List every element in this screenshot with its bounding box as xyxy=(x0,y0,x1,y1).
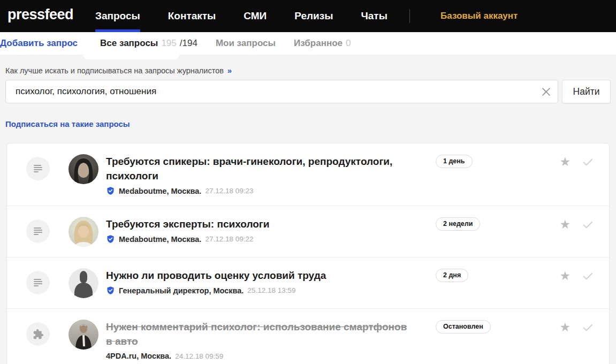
request-title[interactable]: Требуются спикеры: врачи-гинекологи, реп… xyxy=(106,154,414,183)
done-check-icon[interactable] xyxy=(582,320,594,334)
request-row[interactable]: Нужен комментарий психолог: использовани… xyxy=(7,308,609,364)
nav-item-requests[interactable]: Запросы xyxy=(95,0,140,32)
request-row[interactable]: Нужно ли проводить оценку условий труда … xyxy=(7,257,609,308)
active-tab-notch xyxy=(83,55,179,59)
request-timestamp: 27.12.18 09:23 xyxy=(205,187,253,195)
puzzle-icon xyxy=(33,329,44,340)
deadline-badge: 1 день xyxy=(436,155,473,168)
avatar[interactable] xyxy=(69,217,98,247)
tab-favorites-label: Избранное xyxy=(294,38,343,49)
search-help-link[interactable]: Как лучше искать и подписываться на запр… xyxy=(5,66,232,75)
verified-shield-icon xyxy=(106,286,115,295)
row-actions: ★ xyxy=(555,154,609,169)
request-meta: Medaboutme, Москва. 27.12.18 09:22 xyxy=(106,234,436,244)
row-actions: ★ xyxy=(555,217,609,231)
favorite-star-icon[interactable]: ★ xyxy=(559,320,571,334)
request-timestamp: 27.12.18 09:22 xyxy=(205,235,253,243)
badge-column: 1 день xyxy=(436,154,554,168)
favorite-star-icon[interactable]: ★ xyxy=(559,269,571,283)
subscribe-link[interactable]: Подписаться на такие запросы xyxy=(5,119,130,128)
clear-search-button[interactable] xyxy=(538,84,554,100)
main-nav: Запросы Контакты СМИ Релизы Чаты xyxy=(95,0,387,32)
request-source: Medaboutme, Москва. xyxy=(119,235,201,244)
request-title[interactable]: Требуются эксперты: психологи xyxy=(106,217,414,231)
request-source: Medaboutme, Москва. xyxy=(119,187,201,195)
search-input[interactable] xyxy=(5,80,558,103)
done-check-icon[interactable] xyxy=(582,269,594,283)
tab-all-label: Все запросы xyxy=(100,38,158,49)
request-timestamp: 25.12.18 13:59 xyxy=(247,286,295,294)
request-meta: 4PDA.ru, Москва. 24.12.18 09:59 xyxy=(106,352,436,360)
text-lines-icon xyxy=(33,277,43,288)
avatar[interactable] xyxy=(69,154,98,184)
request-content: Требуются спикеры: врачи-гинекологи, реп… xyxy=(106,154,436,195)
request-title[interactable]: Нужен комментарий психолог: использовани… xyxy=(106,320,414,348)
nav-item-releases[interactable]: Релизы xyxy=(294,0,333,32)
done-check-icon[interactable] xyxy=(582,155,594,169)
tab-bar: Добавить запрос Все запросы 195 /194 Мои… xyxy=(0,32,616,55)
request-meta: Medaboutme, Москва. 27.12.18 09:23 xyxy=(106,186,436,195)
request-type-icon xyxy=(26,322,50,346)
avatar[interactable] xyxy=(69,320,98,350)
done-check-icon[interactable] xyxy=(582,217,594,231)
text-lines-icon xyxy=(33,163,43,174)
search-help-text: Как лучше искать и подписываться на запр… xyxy=(5,66,224,75)
badge-column: 2 дня xyxy=(436,268,554,282)
favorite-star-icon[interactable]: ★ xyxy=(559,217,571,231)
close-icon xyxy=(542,87,551,96)
request-type-icon xyxy=(26,271,50,294)
double-arrow-icon: » xyxy=(227,66,232,75)
row-actions: ★ xyxy=(555,320,609,334)
tab-all-requests[interactable]: Все запросы 195 /194 xyxy=(100,38,197,49)
pressfeed-app: pressfeed Запросы Контакты СМИ Релизы Ча… xyxy=(0,0,616,364)
deadline-badge: 2 недели xyxy=(436,217,480,231)
top-navbar: pressfeed Запросы Контакты СМИ Релизы Ча… xyxy=(0,0,616,32)
request-source: Генеральный директор, Москва. xyxy=(119,286,244,295)
tab-all-count-filtered: /194 xyxy=(180,38,197,49)
avatar[interactable] xyxy=(69,268,98,298)
nav-item-media[interactable]: СМИ xyxy=(244,0,267,32)
pressfeed-logo[interactable]: pressfeed xyxy=(7,6,73,23)
nav-divider xyxy=(409,9,410,23)
verified-shield-icon xyxy=(106,186,115,195)
tab-favorites[interactable]: Избранное 0 xyxy=(294,38,351,49)
nav-item-chats[interactable]: Чаты xyxy=(361,0,387,32)
tab-my-label: Мои запросы xyxy=(216,38,276,49)
request-content: Требуются эксперты: психологи Medaboutme… xyxy=(106,217,436,244)
request-content: Нужен комментарий психолог: использовани… xyxy=(106,320,436,360)
search-box xyxy=(5,80,558,103)
account-plan-link[interactable]: Базовый аккаунт xyxy=(440,0,518,32)
search-submit-button[interactable]: Найти xyxy=(562,80,611,103)
row-actions: ★ xyxy=(555,268,609,283)
deadline-badge: Остановлен xyxy=(436,320,491,333)
badge-column: 2 недели xyxy=(436,217,554,231)
request-title[interactable]: Нужно ли проводить оценку условий труда xyxy=(106,268,414,283)
request-row[interactable]: Требуются спикеры: врачи-гинекологи, реп… xyxy=(7,143,609,206)
tab-my-requests[interactable]: Мои запросы xyxy=(216,38,276,49)
search-row: Найти xyxy=(5,80,611,103)
tab-favorites-count: 0 xyxy=(346,38,351,49)
request-meta: Генеральный директор, Москва. 25.12.18 1… xyxy=(106,286,436,295)
request-source: 4PDA.ru, Москва. xyxy=(106,352,171,360)
request-content: Нужно ли проводить оценку условий труда … xyxy=(106,268,436,295)
request-row[interactable]: Требуются эксперты: психологи Medaboutme… xyxy=(7,206,609,257)
text-lines-icon xyxy=(33,226,43,237)
deadline-badge: 2 дня xyxy=(436,269,468,282)
nav-item-contacts[interactable]: Контакты xyxy=(168,0,216,32)
request-timestamp: 24.12.18 09:59 xyxy=(175,352,223,360)
request-type-icon xyxy=(26,219,50,243)
verified-shield-icon xyxy=(106,234,115,244)
tab-all-count-total: 195 xyxy=(161,38,176,49)
content-area: Как лучше искать и подписываться на запр… xyxy=(0,55,616,364)
request-list: Требуются спикеры: врачи-гинекологи, реп… xyxy=(6,143,610,364)
request-type-icon xyxy=(26,157,50,180)
add-request-link[interactable]: Добавить запрос xyxy=(0,38,78,49)
badge-column: Остановлен xyxy=(436,320,554,333)
favorite-star-icon[interactable]: ★ xyxy=(559,155,571,169)
